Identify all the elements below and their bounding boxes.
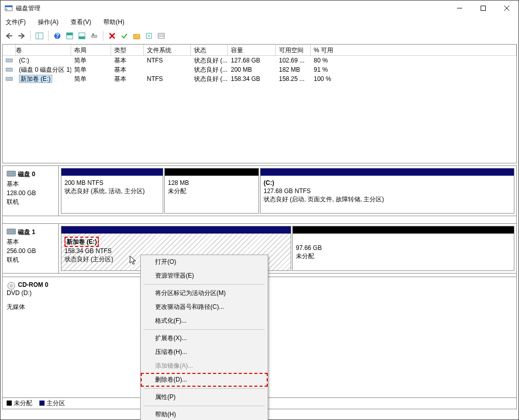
cell-pct: 80 %: [311, 56, 352, 65]
cell-cap: 127.68 GB: [228, 56, 276, 65]
toolbar: ?: [1, 28, 518, 44]
svg-point-32: [13, 231, 14, 232]
partition[interactable]: 200 MB NTFS 状态良好 (系统, 活动, 主分区): [61, 168, 163, 214]
settings-button[interactable]: [89, 30, 100, 41]
back-button[interactable]: [4, 30, 15, 41]
volume-row[interactable]: (C:) 简单 基本 NTFS 状态良好 (... 127.68 GB 102.…: [3, 56, 516, 65]
menu-view[interactable]: 查看(V): [68, 17, 94, 28]
view-top-button[interactable]: [64, 30, 75, 41]
legend-swatch-primary: [39, 401, 45, 406]
svg-point-18: [92, 33, 94, 35]
cell-status: 状态良好 (...: [191, 74, 228, 84]
svg-point-34: [10, 285, 12, 287]
partition-bar: [61, 169, 163, 176]
cdrom-icon: [7, 281, 16, 290]
svg-rect-4: [481, 6, 486, 11]
menubar: 文件(F) 操作(A) 查看(V) 帮助(H): [1, 16, 518, 28]
menu-change-letter[interactable]: 更改驱动器号和路径(C)...: [141, 300, 268, 314]
cell-free: 158.25 ...: [276, 75, 311, 83]
maximize-button[interactable]: [471, 1, 495, 16]
volume-list[interactable]: 卷 布局 类型 文件系统 状态 容量 可用空间 % 可用 (C:) 简单 基本 …: [2, 44, 517, 163]
check-button[interactable]: [119, 30, 130, 41]
app-icon: [5, 4, 13, 12]
disk-header[interactable]: 磁盘 0 基本 128.00 GB 联机: [3, 166, 59, 216]
titlebar: 磁盘管理: [1, 1, 518, 16]
disk-icon: [7, 228, 16, 235]
svg-text:?: ?: [55, 32, 59, 39]
partition-unallocated[interactable]: 97.66 GB 未分配: [292, 226, 514, 271]
col-type[interactable]: 类型: [111, 45, 144, 55]
legend-swatch-unalloc: [7, 401, 12, 406]
svg-rect-9: [36, 33, 43, 39]
partition-bar: [293, 226, 514, 234]
cell-layout: 简单: [71, 74, 111, 84]
partition-unallocated[interactable]: 128 MB 未分配: [164, 168, 259, 214]
partition-bar: [165, 169, 258, 176]
forward-button[interactable]: [16, 30, 27, 41]
menu-help[interactable]: 帮助(H): [141, 408, 268, 420]
cell-pct: 91 %: [311, 66, 352, 74]
menu-mark-active[interactable]: 将分区标记为活动分区(M): [141, 286, 268, 300]
menu-shrink[interactable]: 压缩卷(H)...: [141, 345, 268, 359]
cell-type: 基本: [111, 65, 144, 75]
list-button[interactable]: [156, 30, 167, 41]
disk-icon: [7, 170, 16, 177]
close-button[interactable]: [495, 1, 518, 16]
cell-free: 102.69 ...: [276, 56, 311, 65]
cell-status: 状态良好 (...: [191, 65, 228, 75]
new-folder-button[interactable]: [131, 30, 142, 41]
disk-row-0: 磁盘 0 基本 128.00 GB 联机 200 MB NTFS 状态良好 (系…: [3, 166, 516, 216]
minimize-button[interactable]: [448, 1, 471, 16]
col-status[interactable]: 状态: [191, 45, 228, 55]
partition[interactable]: (C:) 127.68 GB NTFS 状态良好 (启动, 页面文件, 故障转储…: [260, 168, 514, 214]
cell-cap: 158.34 GB: [228, 75, 276, 83]
view-bottom-button[interactable]: [76, 30, 88, 41]
menu-properties[interactable]: 属性(P): [141, 390, 268, 404]
svg-rect-23: [158, 33, 164, 38]
help-button[interactable]: ?: [52, 30, 63, 41]
volume-icon: [6, 67, 13, 72]
volume-row[interactable]: (磁盘 0 磁盘分区 1) 简单 基本 状态良好 (... 200 MB 182…: [3, 65, 516, 74]
cell-type: 基本: [111, 74, 144, 84]
col-free[interactable]: 可用空间: [276, 45, 311, 55]
window-title: 磁盘管理: [16, 4, 448, 13]
col-filesystem[interactable]: 文件系统: [144, 45, 191, 55]
context-menu: 打开(O) 资源管理器(E) 将分区标记为活动分区(M) 更改驱动器号和路径(C…: [140, 255, 268, 420]
svg-rect-26: [6, 59, 13, 62]
cursor-icon: [129, 256, 138, 267]
col-layout[interactable]: 布局: [71, 45, 111, 55]
disk-header[interactable]: 磁盘 1 基本 256.00 GB 联机: [3, 224, 59, 273]
menu-delete-volume[interactable]: 删除卷(D)...: [141, 373, 268, 387]
menu-explorer[interactable]: 资源管理器(E): [141, 269, 268, 283]
cell-fs: [144, 69, 191, 70]
svg-rect-31: [7, 229, 16, 234]
disk-header[interactable]: CD-ROM 0 DVD (D:) 无媒体: [3, 277, 59, 397]
cell-layout: 简单: [71, 56, 111, 66]
col-percent[interactable]: % 可用: [311, 45, 516, 55]
menu-help[interactable]: 帮助(H): [100, 17, 127, 28]
cell-volume: (C:): [16, 56, 71, 65]
refresh-button[interactable]: [143, 30, 155, 41]
svg-rect-28: [6, 77, 13, 80]
column-headers: 卷 布局 类型 文件系统 状态 容量 可用空间 % 可用: [3, 45, 516, 56]
menu-open[interactable]: 打开(O): [141, 255, 268, 269]
svg-rect-16: [79, 36, 85, 39]
menu-file[interactable]: 文件(F): [3, 17, 29, 28]
menu-extend[interactable]: 扩展卷(X)...: [141, 331, 268, 345]
cell-layout: 简单: [71, 65, 111, 75]
cell-free: 182 MB: [276, 66, 311, 74]
cell-pct: 100 %: [311, 75, 352, 83]
menu-format[interactable]: 格式化(F)...: [141, 314, 268, 328]
volume-icon: [6, 58, 13, 63]
cell-volume: 新加卷 (E:): [19, 75, 52, 83]
volume-icon: [6, 76, 13, 81]
svg-rect-14: [67, 33, 73, 35]
delete-button[interactable]: [106, 30, 118, 41]
col-volume[interactable]: 卷: [3, 45, 71, 55]
partition-title: 新加卷 (E:): [64, 237, 99, 247]
col-capacity[interactable]: 容量: [228, 45, 276, 55]
svg-point-2: [6, 9, 8, 10]
show-hide-console-button[interactable]: [34, 30, 45, 41]
menu-action[interactable]: 操作(A): [35, 17, 61, 28]
volume-row[interactable]: 新加卷 (E:) 简单 基本 NTFS 状态良好 (... 158.34 GB …: [3, 74, 516, 83]
